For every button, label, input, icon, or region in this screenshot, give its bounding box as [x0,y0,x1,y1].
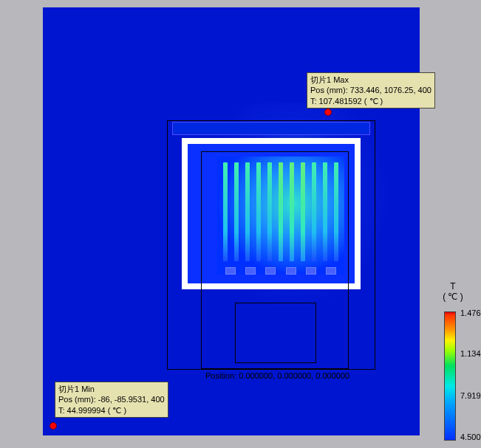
finned-heatsink [217,156,344,275]
fin [234,162,239,261]
legend-title: T ( ℃ ) [429,282,477,303]
callout-value: T: 107.481592 ( ℃ ) [310,96,431,106]
fin [323,162,327,261]
color-legend: T ( ℃ ) 1.476e+02 1.134e+02 7.919e+01 4.… [429,282,477,306]
enclosure-top-bar [172,122,370,135]
origin-position-label: Position: 0.000000, 0.000000, 0.000000 [205,371,349,380]
legend-tick: 4.500e+01 [460,433,481,441]
min-temp-marker[interactable] [50,422,57,430]
callout-value: T: 44.999994 ( ℃ ) [58,405,165,416]
max-temp-callout[interactable]: 切片1 Max Pos (mm): 733.446, 1076.25, 400 … [307,72,435,108]
legend-quantity: T [429,282,477,292]
fin [279,162,283,261]
lower-component-outline [235,303,316,363]
legend-tick: 7.919e+01 [460,391,481,400]
fin [301,162,305,261]
simulation-viewport[interactable]: Position: 0.000000, 0.000000, 0.000000 [43,7,420,435]
callout-position: Pos (mm): -86, -85.9531, 400 [58,394,165,404]
legend-tick: 1.134e+02 [460,349,481,358]
fin [245,162,250,261]
legend-unit: ( ℃ ) [429,292,477,303]
fin [312,162,316,261]
fin [267,162,272,261]
legend-colorbar [444,311,456,441]
max-temp-marker[interactable] [324,108,332,116]
callout-title: 切片1 Max [310,75,431,85]
legend-tick: 1.476e+02 [460,309,481,317]
callout-position: Pos (mm): 733.446, 1076.25, 400 [310,85,431,95]
min-temp-callout[interactable]: 切片1 Min Pos (mm): -86, -85.9531, 400 T: … [55,382,168,418]
fin [223,162,228,261]
callout-title: 切片1 Min [58,384,165,394]
fin [290,162,294,261]
fin [334,162,338,261]
fin [256,162,261,261]
heatsink-base-blocks [220,267,341,276]
